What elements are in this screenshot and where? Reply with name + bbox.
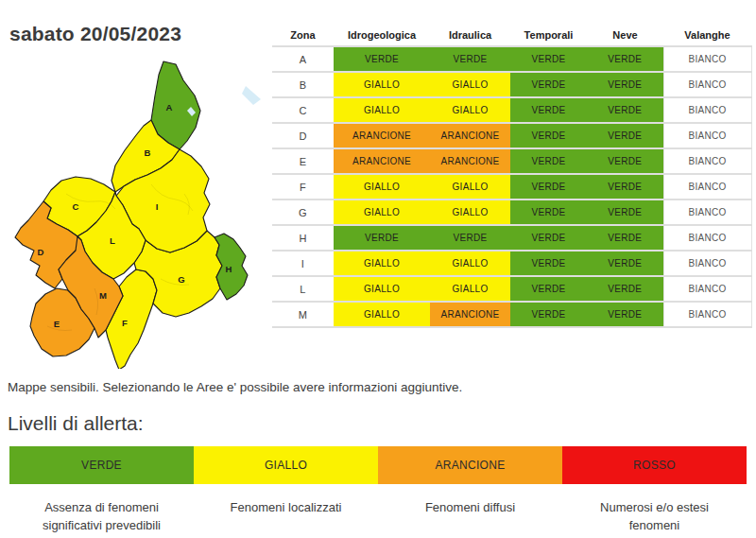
legend-color-block: ROSSO bbox=[562, 446, 747, 484]
zone-label-cell: B bbox=[272, 72, 334, 97]
column-header: Neve bbox=[587, 24, 663, 46]
alert-level-cell: ARANCIONE bbox=[430, 302, 510, 327]
map-zone-label-i: I bbox=[156, 201, 159, 212]
column-header: Idraulica bbox=[430, 24, 510, 46]
legend-item: VERDEAssenza di fenomeni significativi p… bbox=[9, 446, 194, 535]
alert-level-cell: VERDE bbox=[587, 251, 663, 276]
piedmont-map-svg: A B C D E F G H I L M bbox=[9, 52, 274, 369]
page-title: sabato 20/05/2023 bbox=[9, 23, 181, 45]
alert-level-cell: VERDE bbox=[430, 225, 510, 251]
zone-label-cell: A bbox=[272, 46, 334, 72]
legend-color-block: VERDE bbox=[9, 446, 194, 484]
alert-level-cell: VERDE bbox=[587, 97, 663, 123]
map-zone-label-c: C bbox=[73, 201, 79, 212]
legend-item: ARANCIONEFenomeni diffusi bbox=[378, 446, 562, 535]
zone-label-cell: E bbox=[272, 148, 334, 174]
zone-label-cell: G bbox=[272, 200, 334, 225]
table-row: MGIALLOARANCIONEVERDEVERDEBIANCO bbox=[272, 302, 751, 327]
map-zone-label-e: E bbox=[54, 319, 60, 329]
alert-level-cell: VERDE bbox=[510, 302, 587, 327]
alert-level-cell: GIALLO bbox=[430, 97, 510, 123]
alert-levels-legend: VERDEAssenza di fenomeni significativi p… bbox=[9, 446, 747, 535]
alert-level-cell: VERDE bbox=[587, 276, 663, 302]
alert-level-cell: BIANCO bbox=[663, 302, 751, 327]
alert-level-cell: GIALLO bbox=[334, 302, 430, 327]
alert-level-cell: VERDE bbox=[510, 123, 587, 148]
column-header: Idrogeologica bbox=[334, 24, 430, 46]
table-row: FGIALLOGIALLOVERDEVERDEBIANCO bbox=[272, 174, 751, 200]
legend-item: GIALLOFenomeni localizzati bbox=[194, 446, 378, 535]
alert-level-cell: GIALLO bbox=[334, 200, 430, 225]
legend-description: Numerosi e/o estesi fenomeni bbox=[562, 499, 747, 535]
map-zone-label-b: B bbox=[145, 148, 151, 158]
column-header: Zona bbox=[272, 24, 334, 46]
alert-level-cell: VERDE bbox=[587, 46, 663, 72]
legend-label: VERDE bbox=[81, 459, 122, 472]
alert-level-cell: VERDE bbox=[430, 46, 510, 72]
zone-label-cell: C bbox=[272, 97, 334, 123]
alert-level-cell: GIALLO bbox=[430, 276, 510, 302]
table-row: LGIALLOGIALLOVERDEVERDEBIANCO bbox=[272, 276, 751, 302]
legend-label: ROSSO bbox=[633, 459, 676, 472]
table-row: DARANCIONEARANCIONEVERDEVERDEBIANCO bbox=[272, 123, 751, 148]
table-row: GGIALLOGIALLOVERDEVERDEBIANCO bbox=[272, 200, 751, 225]
map-zone-label-a: A bbox=[166, 102, 173, 113]
alert-level-cell: VERDE bbox=[587, 200, 663, 225]
lake-shape bbox=[242, 86, 261, 105]
alert-level-cell: BIANCO bbox=[663, 251, 751, 276]
alert-level-cell: GIALLO bbox=[334, 276, 430, 302]
alert-level-cell: VERDE bbox=[587, 302, 663, 327]
alert-level-cell: VERDE bbox=[510, 276, 587, 302]
map-zone-label-l: L bbox=[110, 235, 115, 246]
table-row: EARANCIONEARANCIONEVERDEVERDEBIANCO bbox=[272, 148, 751, 174]
table-row: BGIALLOGIALLOVERDEVERDEBIANCO bbox=[272, 72, 751, 97]
alert-level-cell: GIALLO bbox=[334, 97, 430, 123]
alert-level-cell: VERDE bbox=[334, 225, 430, 251]
map-zone-label-g: G bbox=[178, 274, 184, 285]
table-row: HVERDEVERDEVERDEVERDEBIANCO bbox=[272, 225, 751, 251]
zone-label-cell: F bbox=[272, 174, 334, 200]
map-zone-label-h: H bbox=[226, 264, 232, 274]
alert-level-cell: ARANCIONE bbox=[334, 123, 430, 148]
column-header: Temporali bbox=[510, 24, 587, 46]
alert-level-cell: VERDE bbox=[587, 123, 663, 148]
zone-label-cell: D bbox=[272, 123, 334, 148]
legend-label: ARANCIONE bbox=[435, 459, 505, 472]
legend-color-block: ARANCIONE bbox=[378, 446, 562, 484]
zone-label-cell: M bbox=[272, 302, 334, 327]
alert-level-cell: VERDE bbox=[587, 148, 663, 174]
alert-levels-table: ZonaIdrogeologicaIdraulicaTemporaliNeveV… bbox=[272, 24, 752, 328]
alert-level-cell: BIANCO bbox=[663, 123, 751, 148]
alert-level-cell: GIALLO bbox=[430, 251, 510, 276]
alert-bulletin-page: sabato 20/05/2023 A bbox=[0, 0, 756, 538]
alert-level-cell: BIANCO bbox=[663, 72, 751, 97]
alert-level-cell: ARANCIONE bbox=[430, 148, 510, 174]
alert-level-cell: BIANCO bbox=[663, 97, 751, 123]
table-row: AVERDEVERDEVERDEVERDEBIANCO bbox=[272, 46, 751, 72]
alert-level-cell: VERDE bbox=[510, 148, 587, 174]
legend-item: ROSSONumerosi e/o estesi fenomeni bbox=[562, 446, 747, 535]
legend-description: Fenomeni localizzati bbox=[194, 499, 378, 517]
zone-label-cell: I bbox=[272, 251, 334, 276]
map-zone-label-m: M bbox=[99, 290, 107, 301]
alert-level-cell: VERDE bbox=[510, 46, 587, 72]
alert-level-cell: ARANCIONE bbox=[334, 148, 430, 174]
table-header-row: ZonaIdrogeologicaIdraulicaTemporaliNeveV… bbox=[272, 24, 751, 46]
map-zone-label-d: D bbox=[38, 247, 44, 257]
legend-label: GIALLO bbox=[265, 459, 307, 472]
legend-color-block: GIALLO bbox=[194, 446, 378, 484]
alert-level-cell: BIANCO bbox=[663, 200, 751, 225]
zone-label-cell: L bbox=[272, 276, 334, 302]
sensitive-map-note: Mappe sensibili. Selezionando le Aree e'… bbox=[8, 380, 462, 394]
alert-level-cell: VERDE bbox=[334, 46, 430, 72]
alert-level-cell: BIANCO bbox=[663, 174, 751, 200]
alert-level-cell: VERDE bbox=[587, 72, 663, 97]
alert-level-cell: GIALLO bbox=[430, 200, 510, 225]
alert-level-cell: VERDE bbox=[510, 174, 587, 200]
alert-level-cell: VERDE bbox=[510, 200, 587, 225]
alert-level-cell: VERDE bbox=[510, 251, 587, 276]
alert-level-cell: BIANCO bbox=[663, 276, 751, 302]
zone-label-cell: H bbox=[272, 225, 334, 251]
alert-level-cell: VERDE bbox=[510, 97, 587, 123]
alert-level-cell: VERDE bbox=[510, 72, 587, 97]
